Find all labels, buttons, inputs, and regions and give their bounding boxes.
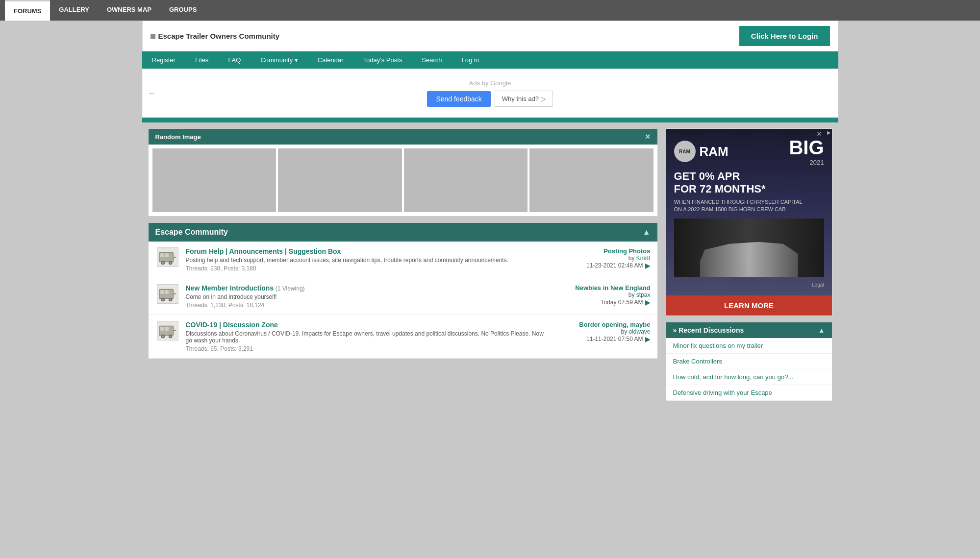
site-header: Escape Trailer Owners Community Click He… [142,21,838,51]
content-side: ✕ ▶ RAM RAM BIG 2021 GET 0% APR FOR 72 M… [666,128,832,401]
recent-disc-header: » Recent Discussions ▲ [666,322,832,338]
svg-point-4 [162,262,164,264]
last-post-arrow-newmember: ▶ [645,298,651,306]
forum-row-covid: COVID-19 | Discussion Zone Discussions a… [149,315,657,359]
random-image-close[interactable]: ✕ [645,133,651,141]
forum-title-newmember[interactable]: New Member Introductions [186,284,274,292]
ram-truck-image [674,218,824,277]
nav-faq[interactable]: FAQ [218,51,251,69]
recent-disc-item-2: How cold, and for how long, can you go?.… [666,369,832,385]
trailer-icon-help [157,247,178,267]
forum-icon-covid [155,321,180,340]
forum-icon-img-help [157,247,178,267]
legal-text: Legal [674,282,824,288]
recent-disc-item-3: Defensive driving with your Escape [666,385,832,401]
ram-circle-icon: RAM [674,141,696,162]
random-image-title: Random Image [155,133,201,141]
ads-by-google-label: Ads by Google [469,79,511,87]
side-ad-inner: RAM RAM BIG 2021 GET 0% APR FOR 72 MONTH… [666,129,832,295]
recent-discussions: » Recent Discussions ▲ Minor fix questio… [666,322,832,401]
nav-community[interactable]: Community ▾ [251,51,307,69]
forum-row-help: Forum Help | Announcements | Suggestion … [149,242,657,278]
top-nav: FORUMS GALLERY OWNERS MAP GROUPS [0,0,980,21]
forum-last-post-newmember: Newbies in New England by stpax Today 07… [553,284,651,306]
login-button[interactable]: Click Here to Login [739,26,830,46]
send-feedback-button[interactable]: Send feedback [427,91,490,107]
last-post-by-covid: by oldwave [553,328,651,335]
forum-icon-help [155,247,180,267]
svg-rect-1 [160,253,164,257]
nav-search[interactable]: Search [412,51,452,69]
last-post-title-help[interactable]: Posting Photos [603,247,650,255]
ad-close-icon: ✕ [816,130,822,138]
svg-point-14 [169,299,171,301]
last-post-time-newmember: Today 07:59 AM ▶ [553,298,651,306]
recent-disc-item-0: Minor fix questions on my trailer [666,338,832,354]
random-image-box: Random Image ✕ [148,128,658,217]
forum-desc-newmember: Come on in and introduce yourself! [186,293,547,300]
recent-disc-title: » Recent Discussions [673,326,744,334]
ram-brand-text: RAM [700,144,729,159]
community-title: Escape Community [155,228,228,237]
forum-desc-covid: Discussions about Coronavirus / COVID-19… [186,330,547,344]
nav-owners-map[interactable]: OWNERS MAP [98,0,160,21]
forum-stats-newmember: Threads: 1,230, Posts: 18,124 [186,302,547,309]
nav-forums[interactable]: FORUMS [5,0,50,21]
site-title: Escape Trailer Owners Community [151,32,280,40]
side-ad: ✕ ▶ RAM RAM BIG 2021 GET 0% APR FOR 72 M… [666,128,832,316]
last-post-title-newmember[interactable]: Newbies in New England [575,284,650,291]
learn-more-button[interactable]: LEARN MORE [666,295,832,315]
ram-truck-shape [700,238,798,277]
recent-disc-link-2[interactable]: How cold, and for how long, can you go?.… [673,373,794,381]
nav-todays-posts[interactable]: Today's Posts [353,51,412,69]
forum-viewers-newmember: (1 Viewing) [276,285,305,292]
ad-close-button[interactable]: ✕ [816,130,822,138]
nav-files[interactable]: Files [185,51,218,69]
svg-point-6 [169,262,171,264]
nav-groups[interactable]: GROUPS [160,0,205,21]
ad-choices-button[interactable]: ▶ [827,130,831,135]
last-post-arrow-covid: ▶ [645,335,651,343]
random-image-3[interactable] [404,148,528,212]
site-title-text: Escape Trailer Owners Community [158,32,280,40]
last-post-author-help[interactable]: KirkB [636,255,651,262]
recent-disc-item-1: Brake Controllers [666,354,832,369]
svg-rect-9 [160,290,164,294]
forum-info-help: Forum Help | Announcements | Suggestion … [186,247,547,272]
recent-disc-collapse-icon[interactable]: ▲ [818,326,825,334]
ram-year-text: 2021 [789,159,824,166]
svg-rect-17 [160,327,164,331]
recent-disc-link-3[interactable]: Defensive driving with your Escape [673,389,772,396]
trailer-icon-newmember [157,284,178,304]
forum-stats-covid: Threads: 65, Posts: 3,291 [186,345,547,352]
svg-point-20 [162,336,164,338]
recent-disc-link-0[interactable]: Minor fix questions on my trailer [673,342,763,349]
svg-point-22 [169,336,171,338]
last-post-arrow-help: ▶ [645,262,651,269]
ad-controls-row: Send feedback Why this ad? ▷ [427,91,553,107]
nav-register[interactable]: Register [142,51,185,69]
svg-point-12 [162,299,164,301]
svg-rect-10 [165,290,169,294]
trailer-icon-covid [157,321,178,340]
random-image-1[interactable] [152,148,276,212]
last-post-time-help: 11-23-2021 02:48 AM ▶ [553,262,651,269]
nav-calendar[interactable]: Calendar [308,51,353,69]
random-image-2[interactable] [278,148,402,212]
random-image-4[interactable] [529,148,653,212]
forum-title-help[interactable]: Forum Help | Announcements | Suggestion … [186,247,341,255]
nav-login[interactable]: Log in [452,51,489,69]
community-box: Escape Community ▲ [148,222,658,359]
last-post-author-newmember[interactable]: stpax [636,291,651,298]
last-post-title-covid[interactable]: Border opening, maybe [579,321,650,328]
why-this-ad-button[interactable]: Why this ad? ▷ [495,91,553,107]
forum-info-covid: COVID-19 | Discussion Zone Discussions a… [186,321,547,352]
forum-title-covid[interactable]: COVID-19 | Discussion Zone [186,321,278,329]
last-post-author-covid[interactable]: oldwave [628,328,650,335]
recent-disc-link-1[interactable]: Brake Controllers [673,358,722,365]
nav-gallery[interactable]: GALLERY [50,0,98,21]
content-outer: Random Image ✕ Escape Community ▲ [142,122,838,407]
forum-icon-newmember [155,284,180,304]
ad-arrow-left[interactable]: ← [148,88,156,98]
community-collapse-icon[interactable]: ▲ [643,228,651,237]
